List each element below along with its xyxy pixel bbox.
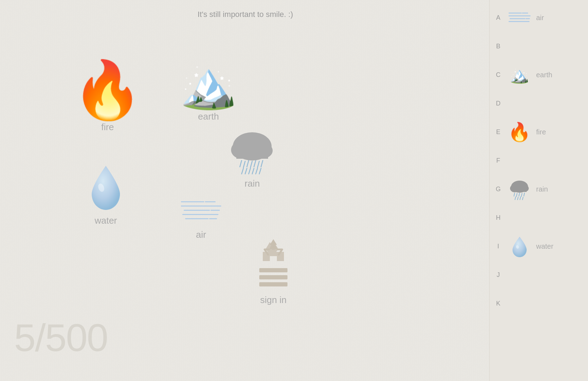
rain-element[interactable]: rain — [226, 129, 279, 189]
sidebar-icon-fire: 🔥 — [506, 121, 533, 144]
sidebar-item-h[interactable]: H — [490, 204, 588, 232]
svg-line-7 — [250, 161, 252, 168]
sidebar-icon-d — [506, 92, 533, 115]
svg-rect-28 — [259, 282, 287, 286]
progress-counter: 5/500 — [14, 315, 108, 360]
svg-line-11 — [242, 168, 243, 174]
sidebar-letter-k: K — [494, 300, 503, 307]
sidebar-letter-c: C — [494, 71, 503, 79]
sidebar-item-a[interactable]: A air — [490, 4, 588, 32]
svg-line-41 — [519, 193, 520, 196]
svg-line-10 — [261, 161, 263, 167]
signin-label: sign in — [260, 295, 286, 306]
svg-line-16 — [259, 168, 261, 174]
svg-line-15 — [256, 168, 257, 174]
air-label: air — [196, 229, 206, 240]
svg-rect-38 — [513, 188, 527, 192]
sidebar-letter-i: I — [494, 243, 503, 250]
sidebar-icon-h — [506, 206, 533, 229]
sidebar-item-f[interactable]: F — [490, 146, 588, 175]
sidebar-letter-b: B — [494, 43, 503, 50]
svg-line-42 — [521, 193, 522, 196]
svg-line-47 — [522, 197, 523, 200]
sidebar-item-e[interactable]: E 🔥 fire — [490, 118, 588, 146]
recycle-icon — [259, 236, 287, 265]
sidebar-letter-j: J — [494, 271, 503, 279]
main-content: It's still important to smile. :) 🔥 fire… — [0, 0, 489, 381]
svg-line-6 — [247, 161, 249, 167]
fire-icon: 🔥 — [72, 62, 143, 118]
sidebar-item-g[interactable]: G rain — [490, 175, 588, 204]
sidebar-item-i[interactable]: I water — [490, 232, 588, 261]
signin-stripes-icon — [257, 266, 289, 291]
svg-line-46 — [520, 197, 521, 200]
rain-cloud-icon — [226, 129, 279, 175]
sidebar-icon-water — [506, 235, 533, 258]
sidebar-item-b[interactable]: B — [490, 32, 588, 61]
signin-element[interactable]: sign in — [257, 236, 289, 306]
svg-line-14 — [252, 168, 254, 174]
header-text: It's still important to smile. :) — [198, 10, 293, 19]
fire-label: fire — [101, 122, 114, 133]
sidebar-letter-g: G — [494, 186, 503, 193]
sidebar-icon-j — [506, 264, 533, 286]
air-waves-icon — [176, 198, 226, 226]
earth-label: earth — [198, 111, 219, 122]
svg-line-12 — [245, 168, 247, 174]
sidebar-letter-h: H — [494, 214, 503, 222]
sidebar-label-rain: rain — [536, 185, 548, 193]
sidebar-letter-e: E — [494, 128, 503, 136]
fire-element[interactable]: 🔥 fire — [72, 62, 143, 133]
svg-line-8 — [254, 161, 256, 167]
svg-rect-26 — [259, 268, 287, 272]
right-sidebar: A air B C 🏔️ earth — [489, 0, 588, 381]
svg-line-4 — [240, 161, 242, 167]
sidebar-letter-f: F — [494, 157, 503, 164]
svg-line-43 — [524, 193, 525, 196]
water-element[interactable]: water — [86, 162, 125, 226]
earth-icon: 🏔️ — [180, 62, 237, 108]
sidebar-icon-f — [506, 149, 533, 172]
water-drop-icon — [86, 162, 125, 212]
svg-line-40 — [516, 193, 517, 196]
air-element[interactable]: air — [176, 198, 226, 240]
sidebar-item-d[interactable]: D — [490, 89, 588, 118]
svg-line-9 — [257, 161, 259, 168]
rain-label: rain — [244, 178, 260, 189]
sidebar-label-air: air — [536, 14, 544, 22]
sidebar-icon-rain — [506, 178, 533, 201]
earth-element[interactable]: 🏔️ earth — [180, 62, 237, 122]
sidebar-item-j[interactable]: J — [490, 261, 588, 289]
sidebar-label-water: water — [536, 242, 553, 250]
sidebar-items-list: A air B C 🏔️ earth — [490, 0, 588, 321]
svg-line-39 — [514, 193, 515, 196]
sidebar-letter-d: D — [494, 100, 503, 107]
svg-rect-3 — [236, 150, 268, 159]
svg-line-5 — [243, 161, 245, 168]
sidebar-icon-air — [506, 6, 533, 29]
sidebar-item-k[interactable]: K — [490, 289, 588, 318]
svg-line-45 — [517, 197, 518, 200]
sidebar-letter-a: A — [494, 14, 503, 22]
sidebar-icon-k — [506, 292, 533, 315]
svg-line-13 — [249, 168, 250, 174]
sidebar-label-fire: fire — [536, 128, 546, 136]
svg-line-44 — [515, 197, 516, 200]
sidebar-label-earth: earth — [536, 71, 552, 79]
sidebar-icon-earth: 🏔️ — [506, 64, 533, 86]
sidebar-item-c[interactable]: C 🏔️ earth — [490, 61, 588, 89]
sidebar-icon-b — [506, 35, 533, 58]
water-label: water — [95, 215, 117, 226]
svg-rect-27 — [259, 275, 287, 279]
